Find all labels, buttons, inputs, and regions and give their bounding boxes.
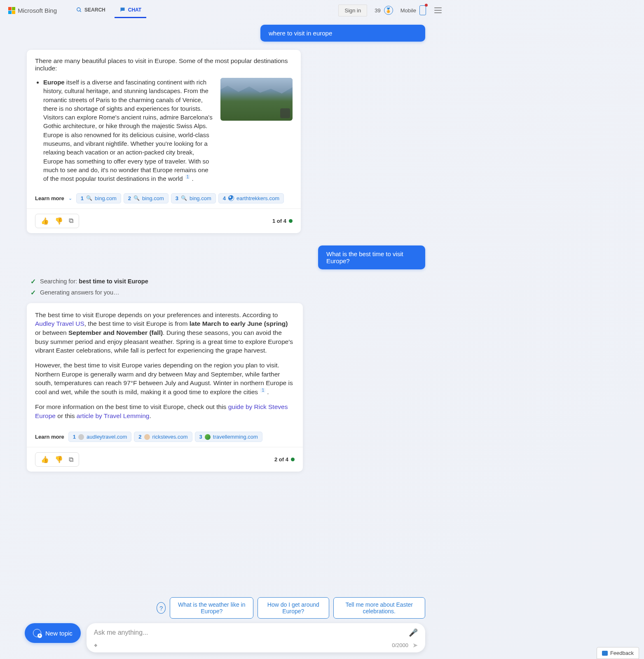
new-topic-button[interactable]: New topic (25, 623, 81, 643)
menu-icon[interactable] (434, 7, 442, 13)
svg-line-1 (80, 10, 81, 12)
turn-counter: 1 of 4 (272, 218, 293, 224)
status-dot-icon (291, 458, 295, 461)
status-block: ✓ Searching for: best time to visit Euro… (30, 278, 425, 297)
mic-icon[interactable]: 🎤 (409, 628, 418, 637)
chat-input[interactable] (94, 629, 405, 636)
chat-icon (119, 7, 126, 13)
rewards-count: 39 (375, 7, 380, 14)
send-icon[interactable]: ➤ (412, 641, 418, 649)
suggestion-2[interactable]: How do I get around Europe? (258, 597, 329, 619)
citation-sup[interactable]: 1 (185, 175, 190, 179)
search-icon: 🔍 (86, 195, 92, 201)
check-icon: ✓ (30, 278, 36, 285)
chevron-down-icon[interactable]: ⌄ (68, 196, 72, 201)
composer: New topic 🎤 ⌖ 0/2000 ➤ (25, 623, 425, 652)
citation-3[interactable]: 3travellemming.com (195, 432, 262, 442)
response-intro: There are many beautiful places to visit… (35, 57, 293, 72)
rewards[interactable]: 39 🏅 (375, 6, 393, 15)
bot-response-2: The best time to visit Europe depends on… (27, 303, 303, 472)
chat-container: where to visit in europe There are many … (0, 21, 450, 542)
char-count: 0/2000 (392, 642, 408, 648)
search-icon: 🔍 (133, 195, 140, 201)
citation-2[interactable]: 2🔍bing.com (124, 193, 169, 203)
favicon-icon (205, 434, 211, 440)
tab-search-label: SEARCH (84, 7, 105, 13)
bot-response-1: There are many beautiful places to visit… (27, 50, 301, 233)
header: Microsoft Bing SEARCH CHAT Sign in 39 🏅 … (0, 0, 450, 21)
user-message-2: What is the best time to visit Europe? (318, 245, 425, 269)
svg-point-0 (77, 7, 80, 11)
status-dot-icon (289, 219, 293, 223)
check-icon: ✓ (30, 289, 36, 297)
citation-1[interactable]: 1🔍bing.com (76, 193, 121, 203)
tab-chat[interactable]: CHAT (115, 2, 146, 18)
status-searching: ✓ Searching for: best time to visit Euro… (30, 278, 425, 285)
citation-4[interactable]: 4earthtrekkers.com (218, 193, 284, 203)
microsoft-icon (8, 7, 15, 14)
response-paragraph-2: However, the best time to visit Europe v… (35, 361, 295, 397)
favicon-icon (228, 195, 234, 201)
learn-more-row: Learn more ⌄ 1🔍bing.com 2🔍bing.com 3🔍bin… (27, 189, 301, 208)
response-image[interactable] (220, 78, 293, 121)
thumbs-up-button[interactable]: 👍 (39, 455, 51, 464)
learn-more-row: Learn more 1audleytravel.com 2ricksteves… (27, 428, 303, 447)
citation-3[interactable]: 3🔍bing.com (171, 193, 216, 203)
thumbs-up-button[interactable]: 👍 (39, 216, 51, 226)
search-icon: 🔍 (181, 195, 187, 201)
nav-tabs: SEARCH CHAT (71, 2, 146, 18)
search-icon (76, 7, 82, 13)
thumbs-down-button[interactable]: 👎 (53, 216, 65, 226)
suggestion-3[interactable]: Tell me more about Easter celebrations. (333, 597, 425, 619)
visual-search-icon[interactable]: ⌖ (94, 642, 97, 649)
copy-button[interactable]: ⧉ (67, 216, 75, 225)
new-topic-icon (33, 629, 41, 637)
phone-icon[interactable] (419, 5, 426, 15)
brand-logo[interactable]: Microsoft Bing (8, 7, 57, 14)
citation-1[interactable]: 1audleytravel.com (68, 432, 132, 442)
thumbs-down-button[interactable]: 👎 (53, 455, 65, 464)
card-footer: 👍 👎 ⧉ 1 of 4 (27, 208, 301, 233)
response-bullet: Europe itself is a diverse and fascinati… (43, 78, 213, 183)
learn-more-label: Learn more (35, 434, 64, 440)
status-generating: ✓ Generating answers for you… (30, 289, 425, 297)
help-icon[interactable]: ? (157, 602, 166, 614)
copy-button[interactable]: ⧉ (67, 455, 75, 464)
link-audley[interactable]: Audley Travel US (35, 320, 84, 327)
link-travellemming[interactable]: article by Travel Lemming (77, 412, 150, 419)
citation-2[interactable]: 2ricksteves.com (134, 432, 192, 442)
response-paragraph-3: For more information on the best time to… (35, 402, 295, 420)
mobile-link[interactable]: Mobile (400, 7, 416, 14)
input-box: 🎤 ⌖ 0/2000 ➤ (87, 623, 425, 652)
citation-sup[interactable]: 1 (260, 388, 265, 393)
favicon-icon (78, 434, 84, 440)
tab-chat-label: CHAT (128, 7, 141, 13)
learn-more-label: Learn more (35, 195, 64, 201)
suggestions-bar: ? What is the weather like in Europe? Ho… (0, 597, 450, 619)
brand-name: Microsoft Bing (18, 7, 57, 14)
response-paragraph-1: The best time to visit Europe depends on… (35, 311, 295, 355)
favicon-icon (144, 434, 150, 440)
tab-search[interactable]: SEARCH (71, 2, 110, 18)
turn-counter: 2 of 4 (274, 456, 295, 463)
card-footer: 👍 👎 ⧉ 2 of 4 (27, 447, 303, 472)
signin-button[interactable]: Sign in (338, 5, 367, 16)
rewards-icon: 🏅 (384, 6, 393, 15)
user-message-1: where to visit in europe (260, 25, 425, 42)
suggestion-1[interactable]: What is the weather like in Europe? (170, 597, 253, 619)
